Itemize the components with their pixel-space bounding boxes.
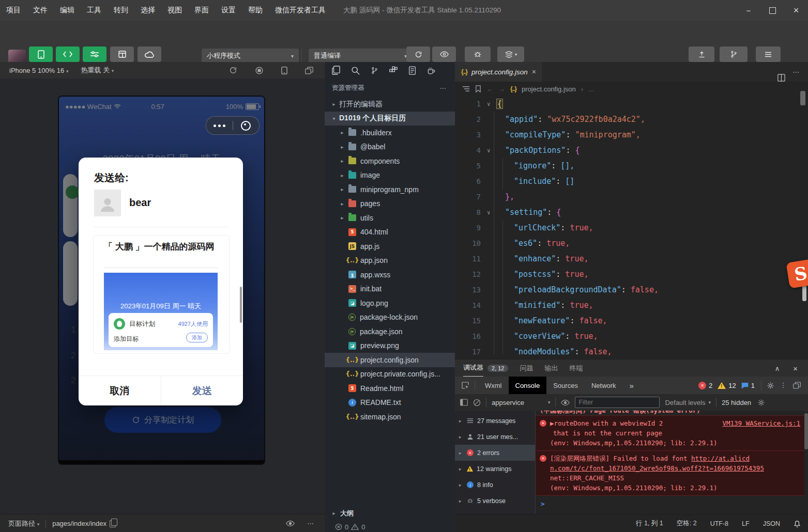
modal-scrollbar[interactable]	[240, 287, 242, 323]
menu-view[interactable]: 视图	[161, 6, 188, 15]
mode-select[interactable]: 小程序模式▾	[202, 49, 299, 63]
maximize-button[interactable]	[760, 0, 784, 21]
language-mode[interactable]: JSON	[763, 520, 780, 527]
close-minipgrogram-icon[interactable]	[233, 121, 260, 131]
menu-select[interactable]: 选择	[134, 6, 161, 15]
tab-debugger[interactable]: 调试器	[463, 359, 483, 377]
tree-file-initbat[interactable]: >_init.bat	[325, 282, 455, 296]
menu-project[interactable]: 项目	[0, 6, 27, 15]
sidebar-item-user-messages[interactable]: ▸ 21 user mes...	[455, 429, 535, 445]
tree-open-editors[interactable]: ▸打开的编辑器	[325, 97, 455, 112]
bell-icon[interactable]	[794, 520, 801, 527]
device-frame-icon[interactable]	[281, 66, 287, 75]
more-icon[interactable]: ⋯	[307, 520, 314, 527]
tree-file-readme-html[interactable]: 5Readme.html	[325, 381, 455, 396]
menu-edit[interactable]: 编辑	[54, 6, 81, 15]
cup-icon[interactable]	[427, 67, 435, 74]
sidebar-item-errors[interactable]: ▸ × 2 errors	[455, 445, 535, 461]
devtools-tab-sources[interactable]: Sources	[546, 377, 585, 394]
sidebar-item-verbose[interactable]: ▸ 5 verbose	[455, 493, 535, 509]
tree-file-appwxss[interactable]: ʒapp.wxss	[325, 268, 455, 282]
tree-file-readme-txt[interactable]: iREADME.txt	[325, 396, 455, 410]
stop-icon[interactable]	[255, 66, 264, 75]
eol[interactable]: LF	[742, 520, 750, 527]
gear-icon[interactable]	[767, 382, 774, 389]
outline-list-icon[interactable]	[462, 86, 470, 92]
tree-file-project-private-config[interactable]: {..}project.private.config.js...	[325, 367, 455, 382]
devtools-tab-wxml[interactable]: Wxml	[478, 377, 509, 394]
tab-close-icon[interactable]: ×	[532, 68, 536, 76]
tree-folder-components[interactable]: ▸components	[325, 154, 455, 168]
sidebar-toggle-icon[interactable]	[460, 399, 468, 406]
menu-tools[interactable]: 工具	[81, 6, 108, 15]
editor-more-icon[interactable]: ⋯	[792, 68, 800, 76]
hot-reload-toggle[interactable]: 热重载 关 ▾	[81, 66, 114, 75]
close-button[interactable]: ×	[784, 0, 808, 21]
console-prompt[interactable]: >	[536, 496, 804, 508]
files-icon[interactable]	[332, 66, 340, 75]
page-path-select[interactable]: 页面路径 ▾	[8, 519, 39, 528]
devtools-tab-console[interactable]: Console	[509, 377, 547, 394]
tree-folder-miniprogram-npm[interactable]: ▸miniprogram_npm	[325, 182, 455, 197]
tree-folder-image[interactable]: ▸image	[325, 168, 455, 183]
menu-help[interactable]: 帮助	[242, 6, 269, 15]
clear-console-icon[interactable]	[473, 399, 481, 406]
send-button[interactable]: 发送	[161, 376, 243, 405]
sidebar-item-warnings[interactable]: ▸ 12 warnings	[455, 461, 535, 477]
tree-file-appjs[interactable]: JSapp.js	[325, 239, 455, 254]
encoding[interactable]: UTF-8	[710, 520, 728, 527]
menu-file[interactable]: 文件	[27, 6, 54, 15]
breadcrumb-more[interactable]: ...	[588, 85, 594, 93]
font-url-link[interactable]: http://at.alicd	[691, 455, 750, 462]
sidebar-item-messages[interactable]: ▸ 27 messages	[455, 413, 535, 429]
detach-devtools-icon[interactable]	[793, 382, 801, 389]
log-levels-select[interactable]: Default levels▾	[665, 399, 711, 406]
editor-scrollbar-thumb[interactable]	[802, 286, 806, 301]
devtools-tab-network[interactable]: Network	[585, 377, 623, 394]
tree-folder-babel[interactable]: ▸@babel	[325, 140, 455, 154]
menu-interface[interactable]: 界面	[188, 6, 215, 15]
source-link[interactable]: VM139 WAService.js:1	[722, 418, 800, 428]
tab-output[interactable]: 输出	[544, 364, 558, 373]
tab-terminal[interactable]: 终端	[569, 364, 583, 373]
eye-icon[interactable]	[286, 520, 295, 527]
tab-problems[interactable]: 问题	[520, 364, 533, 373]
tree-file-sitemap[interactable]: {..}sitemap.json	[325, 410, 455, 424]
tree-file-404[interactable]: 5404.html	[325, 225, 455, 240]
indentation[interactable]: 空格: 2	[677, 519, 697, 528]
tree-project-root[interactable]: ▾D1019 个人目标日历	[325, 112, 455, 126]
copy-icon[interactable]	[110, 520, 116, 527]
tree-file-package-lock[interactable]: jspackage-lock.json	[325, 310, 455, 325]
search-icon[interactable]	[351, 66, 360, 75]
more-tabs-icon[interactable]: »	[623, 377, 641, 394]
refresh-icon[interactable]	[229, 66, 237, 74]
sidebar-item-info[interactable]: ▸ i 8 info	[455, 477, 535, 493]
code-editor[interactable]: 1∨{ 2"appid": "wx75c2922fb0a2a4c2", 3"co…	[455, 96, 808, 359]
context-select[interactable]: appservice▾	[492, 399, 550, 406]
split-editor-icon[interactable]	[777, 74, 785, 82]
close-panel-icon[interactable]: ×	[793, 364, 798, 373]
tree-folder-utils[interactable]: ▸utils	[325, 211, 455, 225]
detach-window-icon[interactable]	[305, 67, 313, 74]
collapse-panel-icon[interactable]: ∧	[775, 365, 780, 372]
kebab-menu-icon[interactable]: ⋯	[780, 382, 787, 389]
tree-file-package[interactable]: jspackage.json	[325, 324, 455, 339]
tree-file-previewpng[interactable]: ◪preview.png	[325, 339, 455, 353]
editor-scrollbar[interactable]	[800, 91, 805, 105]
menu-settings[interactable]: 设置	[215, 6, 242, 15]
eye-icon[interactable]	[561, 399, 570, 406]
compile-mode-select[interactable]: 普通编译▾	[309, 49, 412, 63]
console-output[interactable]: (中国标准时间) Page route 错误(system error) × ▶…	[536, 411, 804, 514]
tree-folder-pages[interactable]: ▸pages	[325, 197, 455, 211]
tree-file-project-config[interactable]: {..}project.config.json	[325, 353, 455, 367]
menu-goto[interactable]: 转到	[108, 6, 134, 15]
tree-folder-hbuilderx[interactable]: ▸.hbuilderx	[325, 126, 455, 140]
source-control-icon[interactable]	[371, 66, 378, 75]
back-icon[interactable]: ←	[486, 85, 493, 93]
tree-file-appjson[interactable]: {..}app.json	[325, 254, 455, 268]
breadcrumb-file[interactable]: project.config.json	[522, 85, 576, 93]
outline-section[interactable]: ▸大纲	[325, 506, 455, 520]
cursor-position[interactable]: 行 1, 列 1	[636, 519, 663, 528]
console-scrollbar[interactable]	[804, 413, 808, 449]
bookmark-icon[interactable]	[475, 85, 481, 92]
